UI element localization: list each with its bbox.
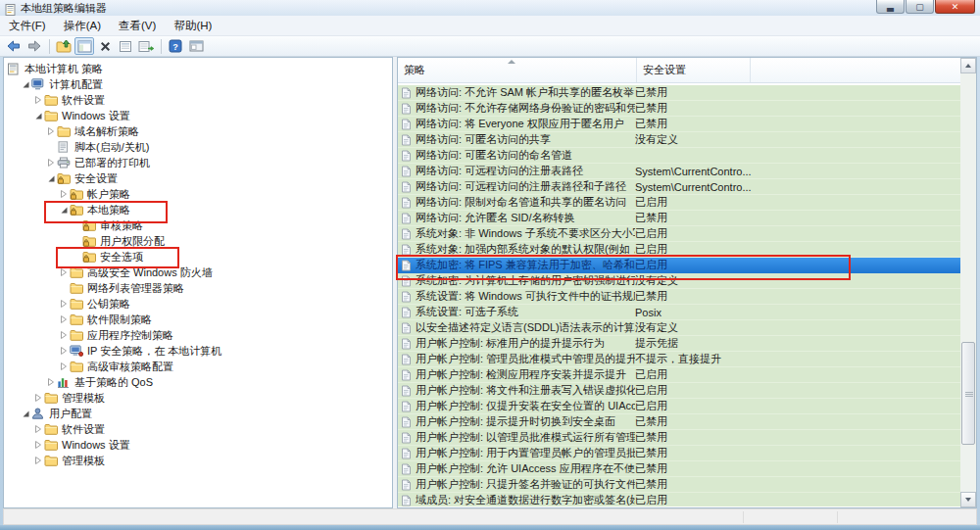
tree-expanded-icon[interactable] [20, 80, 31, 89]
tree-item-23[interactable]: 软件设置 [4, 421, 392, 437]
tree-item-17[interactable]: 应用程序控制策略 [4, 327, 392, 343]
policy-row-15[interactable]: 以安全描述符定义语言(SDDL)语法表示的计算机访问限制没有定义 [398, 320, 960, 336]
tree-item-11[interactable]: 用户权限分配 [4, 233, 392, 249]
policy-row-19[interactable]: 用户帐户控制: 将文件和注册表写入错误虚拟化到每用户位置已启用 [398, 383, 960, 399]
tree-item-label: 域名解析策略 [73, 124, 139, 139]
column-header-policy[interactable]: 策略 [398, 58, 637, 82]
tree-item-24[interactable]: Windows 设置 [4, 437, 392, 453]
export-list-icon[interactable] [136, 37, 156, 55]
tree-item-10[interactable]: 审核策略 [4, 217, 392, 233]
policy-row-8[interactable]: 网络访问: 允许匿名 SID/名称转换已禁用 [398, 211, 960, 226]
tree-item-4[interactable]: 域名解析策略 [4, 123, 392, 139]
tree-collapsed-icon[interactable] [32, 440, 44, 450]
delete-icon[interactable] [95, 37, 115, 55]
policy-row-4[interactable]: 网络访问: 可匿名访问的命名管道 [398, 148, 960, 164]
tree-expanded-icon[interactable] [45, 174, 57, 183]
policy-row-6[interactable]: 网络访问: 可远程访问的注册表路径和子路径System\CurrentContr… [398, 179, 960, 195]
tree-collapsed-icon[interactable] [58, 299, 70, 309]
policy-name: 系统对象: 非 Windows 子系统不要求区分大小写 [416, 226, 635, 241]
policy-row-10[interactable]: 系统对象: 加强内部系统对象的默认权限(例如，符号链接)已启用 [398, 242, 960, 258]
menu-action[interactable]: 操作(A) [55, 16, 110, 36]
column-header-blank[interactable] [751, 58, 960, 82]
column-header-policy-label: 策略 [404, 63, 425, 77]
tree-item-16[interactable]: 软件限制策略 [4, 312, 392, 327]
tree-collapsed-icon[interactable] [32, 393, 44, 403]
forward-icon[interactable] [24, 37, 44, 55]
policy-row-21[interactable]: 用户帐户控制: 提示提升时切换到安全桌面已禁用 [398, 414, 960, 430]
tree-item-1[interactable]: 计算机配置 [4, 76, 392, 92]
scrollbar-thumb[interactable] [961, 342, 975, 445]
policy-row-3[interactable]: 网络访问: 可匿名访问的共享没有定义 [398, 132, 960, 148]
column-header-security-setting[interactable]: 安全设置 [637, 58, 751, 82]
policy-row-17[interactable]: 用户帐户控制: 管理员批准模式中管理员的提升权限提示的...不提示，直接提升 [398, 352, 960, 367]
tree-collapsed-icon[interactable] [32, 95, 44, 105]
policy-row-2[interactable]: 网络访问: 将 Everyone 权限应用于匿名用户已禁用 [398, 117, 960, 132]
policy-row-11[interactable]: 系统加密: 将 FIPS 兼容算法用于加密、哈希和签名已启用 [398, 258, 960, 273]
tree-collapsed-icon[interactable] [58, 267, 70, 277]
tree-expanded-icon[interactable] [58, 206, 70, 215]
tree-collapsed-icon[interactable] [58, 314, 70, 324]
tree-collapsed-icon[interactable] [32, 424, 44, 434]
tree-collapsed-icon[interactable] [45, 126, 57, 136]
tree-collapsed-icon[interactable] [45, 158, 57, 168]
policy-row-16[interactable]: 用户帐户控制: 标准用户的提升提示行为提示凭据 [398, 336, 960, 352]
scroll-down-button[interactable] [960, 492, 976, 507]
policy-row-24[interactable]: 用户帐户控制: 允许 UIAccess 应用程序在不使用安全桌面...已禁用 [398, 461, 960, 477]
tree-item-15[interactable]: 公钥策略 [4, 296, 392, 312]
scroll-up-button[interactable] [960, 58, 976, 73]
tree-collapsed-icon[interactable] [58, 361, 70, 371]
tree-item-5[interactable]: 脚本(启动/关机) [4, 139, 392, 155]
tree-item-3[interactable]: Windows 设置 [4, 108, 392, 123]
tree-expanded-icon[interactable] [20, 410, 31, 418]
tree-item-14[interactable]: 网络列表管理器策略 [4, 280, 392, 296]
menu-file[interactable]: 文件(F) [0, 16, 55, 36]
tree-item-13[interactable]: 高级安全 Windows 防火墙 [4, 265, 392, 280]
policy-row-1[interactable]: 网络访问: 不允许存储网络身份验证的密码和凭据已禁用 [398, 101, 960, 117]
tree-item-20[interactable]: 基于策略的 QoS [4, 374, 392, 390]
tree-expanded-icon[interactable] [32, 112, 44, 120]
tree-item-7[interactable]: 安全设置 [4, 170, 392, 186]
tree-item-21[interactable]: 管理模板 [4, 390, 392, 406]
maximize-button[interactable]: ▢ [906, 0, 934, 14]
minimize-button[interactable]: ▃ [876, 0, 905, 14]
tree-item-12[interactable]: 安全选项 [4, 249, 392, 265]
policy-row-20[interactable]: 用户帐户控制: 仅提升安装在安全位置的 UIAccess 应用程序已启用 [398, 399, 960, 414]
tree-item-6[interactable]: 已部署的打印机 [4, 155, 392, 170]
tree-collapsed-icon[interactable] [58, 189, 70, 199]
tree-collapsed-icon[interactable] [45, 377, 57, 387]
tree-item-25[interactable]: 管理模板 [4, 453, 392, 468]
menu-help[interactable]: 帮助(H) [165, 16, 220, 36]
tree-item-22[interactable]: 用户配置 [4, 406, 392, 421]
tree-item-0[interactable]: 本地计算机 策略 [4, 61, 392, 76]
policy-row-0[interactable]: 网络访问: 不允许 SAM 帐户和共享的匿名枚举已禁用 [398, 85, 960, 101]
title-bar[interactable]: 本地组策略编辑器 ▃ ▢ ✕ [0, 0, 980, 16]
vertical-scrollbar[interactable] [960, 58, 976, 507]
tree-collapsed-icon[interactable] [32, 456, 44, 465]
menu-view[interactable]: 查看(V) [110, 16, 165, 36]
tree-collapsed-icon[interactable] [58, 346, 70, 356]
policy-row-23[interactable]: 用户帐户控制: 用于内置管理员帐户的管理员批准模式已禁用 [398, 446, 960, 461]
show-console-tree-icon[interactable] [74, 37, 94, 55]
policy-row-18[interactable]: 用户帐户控制: 检测应用程序安装并提示提升已启用 [398, 367, 960, 383]
close-button[interactable]: ✕ [935, 0, 975, 14]
tree-item-9[interactable]: 本地策略 [4, 202, 392, 217]
policy-row-7[interactable]: 网络访问: 限制对命名管道和共享的匿名访问已启用 [398, 195, 960, 211]
policy-row-12[interactable]: 系统加密: 为计算机上存储的用户密钥强制进行强密钥保护没有定义 [398, 273, 960, 289]
tree-item-8[interactable]: 帐户策略 [4, 186, 392, 202]
tree-item-18[interactable]: IP 安全策略，在 本地计算机 [4, 343, 392, 359]
policy-row-9[interactable]: 系统对象: 非 Windows 子系统不要求区分大小写已启用 [398, 226, 960, 242]
policy-row-22[interactable]: 用户帐户控制: 以管理员批准模式运行所有管理员已禁用 [398, 430, 960, 446]
policy-row-5[interactable]: 网络访问: 可远程访问的注册表路径System\CurrentContro... [398, 164, 960, 179]
tree-collapsed-icon[interactable] [58, 330, 70, 340]
policy-row-26[interactable]: 域成员: 对安全通道数据进行数字加密或签名(始终)已启用 [398, 493, 960, 506]
new-window-icon[interactable] [186, 37, 206, 55]
help-icon[interactable]: ? [166, 37, 185, 55]
tree-item-2[interactable]: 软件设置 [4, 92, 392, 108]
back-icon[interactable] [4, 37, 24, 55]
tree-item-19[interactable]: 高级审核策略配置 [4, 359, 392, 374]
policy-row-13[interactable]: 系统设置: 将 Windows 可执行文件中的证书规则用于软件...已禁用 [398, 289, 960, 305]
policy-row-25[interactable]: 用户帐户控制: 只提升签名并验证的可执行文件已禁用 [398, 477, 960, 493]
up-level-icon[interactable] [54, 37, 74, 55]
policy-row-14[interactable]: 系统设置: 可选子系统Posix [398, 305, 960, 320]
properties-icon[interactable] [116, 37, 135, 55]
